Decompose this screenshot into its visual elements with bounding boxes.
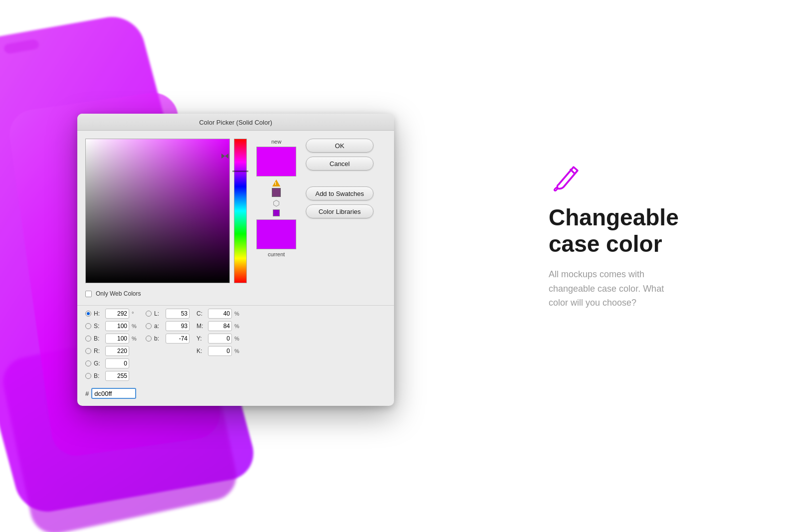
l-row: L: — [146, 309, 190, 319]
brightness-radio[interactable] — [85, 336, 91, 342]
dialog-title: Color Picker (Solid Color) — [77, 114, 394, 131]
picker-right: OK Cancel Add to Swatches Color Librarie… — [306, 139, 374, 297]
color-preview-new[interactable] — [256, 147, 296, 177]
picker-middle: new ⬡ current — [254, 139, 299, 297]
h-label: H: — [94, 310, 103, 317]
s-label: S: — [94, 323, 103, 330]
b-label: B: — [94, 335, 103, 342]
only-web-colors-checkbox[interactable] — [85, 291, 92, 297]
g-label: G: — [94, 360, 103, 367]
blue-radio[interactable] — [85, 373, 91, 379]
m-label: M: — [197, 323, 205, 330]
blue-row: B: — [85, 371, 139, 381]
saturation-radio[interactable] — [85, 323, 91, 329]
l-label: L: — [154, 310, 163, 317]
hsb-column: H: ° S: % B: % R: — [85, 309, 139, 381]
color-icons: ⬡ — [272, 179, 281, 216]
h-unit: ° — [132, 311, 139, 317]
paint-brush-icon — [549, 160, 584, 194]
r-label: R: — [94, 348, 103, 355]
hue-slider[interactable] — [234, 139, 247, 283]
c-unit: % — [234, 311, 241, 317]
color-preview-current[interactable] — [256, 219, 296, 249]
k-unit: % — [234, 348, 241, 354]
m-input[interactable] — [208, 321, 232, 331]
color-gradient-area[interactable] — [85, 139, 230, 283]
c-row: C: % — [197, 309, 241, 319]
l-radio[interactable] — [146, 311, 152, 317]
triangle-right-icon — [221, 154, 225, 159]
b-input[interactable] — [105, 334, 129, 344]
color-values-area: H: ° S: % B: % R: — [77, 305, 394, 388]
k-row: K: % — [197, 346, 241, 356]
saturation-row: S: % — [85, 321, 139, 331]
triangle-left-icon — [225, 154, 228, 159]
swatch-square — [273, 209, 280, 216]
b3-label: b: — [154, 335, 163, 342]
c-input[interactable] — [208, 309, 232, 319]
y-unit: % — [234, 336, 241, 342]
k-input[interactable] — [208, 346, 232, 356]
y-row: Y: % — [197, 334, 241, 344]
g-input[interactable] — [105, 358, 129, 368]
a-row: a: — [146, 321, 190, 331]
warning-icon — [272, 179, 280, 186]
brightness-row: B: % — [85, 334, 139, 344]
a-label: a: — [154, 323, 163, 330]
cmyk-column: C: % M: % Y: % K: % — [197, 309, 241, 381]
only-web-colors-label: Only Web Colors — [96, 290, 141, 297]
y-label: Y: — [197, 335, 205, 342]
lab-column: L: a: b: — [146, 309, 190, 381]
red-row: R: — [85, 346, 139, 356]
cube-icon: ⬡ — [273, 198, 280, 208]
s-input[interactable] — [105, 321, 129, 331]
dialog-body: Only Web Colors new ⬡ current OK Cance — [77, 131, 394, 305]
color-libraries-button[interactable]: Color Libraries — [306, 204, 374, 218]
current-label: current — [268, 251, 285, 257]
ok-button[interactable]: OK — [306, 139, 374, 153]
b2-input[interactable] — [105, 371, 129, 381]
hex-input[interactable] — [91, 388, 136, 399]
new-label: new — [271, 139, 281, 145]
r-input[interactable] — [105, 346, 129, 356]
feature-section: Changeable case color All mockups comes … — [549, 160, 738, 310]
h-input[interactable] — [105, 309, 129, 319]
feature-title: Changeable case color — [549, 204, 738, 257]
gamut-warning-swatch[interactable] — [272, 188, 281, 197]
hex-label: # — [85, 390, 89, 397]
b2-label: B: — [94, 372, 103, 379]
b3-input[interactable] — [166, 334, 190, 344]
feature-description: All mockups comes with changeable case c… — [549, 267, 738, 310]
m-unit: % — [234, 323, 241, 329]
l-input[interactable] — [166, 309, 190, 319]
green-radio[interactable] — [85, 360, 91, 366]
hue-radio[interactable] — [85, 311, 91, 317]
picker-left: Only Web Colors — [85, 139, 247, 297]
b-unit: % — [132, 336, 139, 342]
y-input[interactable] — [208, 334, 232, 344]
red-radio[interactable] — [85, 348, 91, 354]
b3-row: b: — [146, 334, 190, 344]
k-label: K: — [197, 348, 205, 355]
b3-radio[interactable] — [146, 336, 152, 342]
green-row: G: — [85, 358, 139, 368]
add-to-swatches-button[interactable]: Add to Swatches — [306, 186, 374, 200]
s-unit: % — [132, 323, 139, 329]
cancel-button[interactable]: Cancel — [306, 157, 374, 171]
gradient-dark — [86, 139, 229, 283]
color-picker-dialog: Color Picker (Solid Color) — [77, 114, 394, 406]
dialog-title-text: Color Picker (Solid Color) — [199, 119, 272, 126]
hue-indicator — [232, 171, 248, 172]
m-row: M: % — [197, 321, 241, 331]
a-radio[interactable] — [146, 323, 152, 329]
hex-row: # — [77, 388, 394, 406]
hue-row: H: ° — [85, 309, 139, 319]
c-label: C: — [197, 310, 205, 317]
a-input[interactable] — [166, 321, 190, 331]
only-web-colors-row: Only Web Colors — [85, 290, 247, 297]
picker-cursor — [221, 154, 228, 159]
warning-triangle-icon — [272, 179, 280, 186]
